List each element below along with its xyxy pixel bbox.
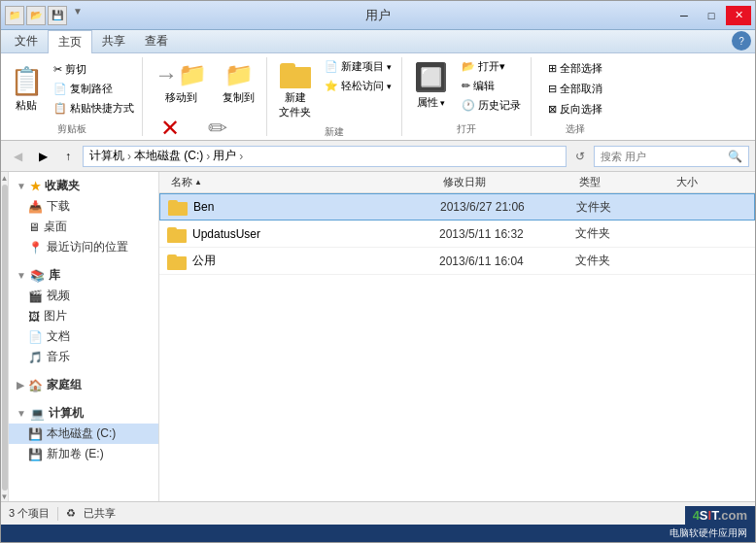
new-small-buttons: 📄 新建项目 ▾ ⭐ 轻松访问 ▾ xyxy=(321,57,395,95)
favorites-star-icon: ★ xyxy=(30,180,41,193)
tab-view[interactable]: 查看 xyxy=(135,30,178,52)
favorites-collapse-icon: ▼ xyxy=(17,181,26,191)
table-row[interactable]: UpdatusUser 2013/5/11 16:32 文件夹 xyxy=(159,221,755,248)
open-button[interactable]: 📂 打开▾ xyxy=(458,57,525,76)
paste-button[interactable]: 📋 粘贴 xyxy=(5,61,48,117)
file-name-col: 公用 xyxy=(167,253,439,270)
file-list-header: 名称 ▲ 修改日期 类型 大小 xyxy=(159,172,755,193)
edit-icon: ✏ xyxy=(462,80,470,92)
cut-button[interactable]: ✂ 剪切 xyxy=(50,60,138,79)
open-history-button[interactable]: 🕐 历史记录 xyxy=(458,96,525,115)
history-icon: 🕐 xyxy=(462,99,475,112)
docs-icon: 📄 xyxy=(28,330,43,344)
sidebar-section-libraries: ▼ 📚 库 🎬 视频 🖼 图片 📄 文档 🎵 xyxy=(9,265,158,367)
close-button[interactable]: ✕ xyxy=(726,6,751,25)
downloads-icon: 📥 xyxy=(28,200,43,214)
quick-access-icon3[interactable]: 💾 xyxy=(48,6,67,25)
sidebar-libraries-header[interactable]: ▼ 📚 库 xyxy=(9,265,158,286)
copy-path-button[interactable]: 📄 复制路径 xyxy=(50,80,138,98)
sidebar-item-e-drive[interactable]: 💾 新加卷 (E:) xyxy=(9,444,158,464)
sidebar-computer-header[interactable]: ▼ 💻 计算机 xyxy=(9,403,158,424)
address-path[interactable]: 计算机 › 本地磁盘 (C:) › 用户 › xyxy=(83,146,567,167)
easy-access-button[interactable]: ⭐ 轻松访问 ▾ xyxy=(321,77,395,95)
new-item-icon: 📄 xyxy=(325,60,338,73)
ribbon-group-new: 新建 文件夹 📄 新建项目 ▾ ⭐ 轻松访问 ▾ 新建 xyxy=(267,57,402,136)
sidebar-item-downloads[interactable]: 📥 下载 xyxy=(9,196,158,217)
new-item-button[interactable]: 📄 新建项目 ▾ xyxy=(321,57,395,76)
video-icon: 🎬 xyxy=(28,289,43,303)
col-header-size[interactable]: 大小 xyxy=(672,175,750,189)
folder-icon xyxy=(167,225,187,243)
minimize-button[interactable]: ─ xyxy=(671,6,697,25)
tab-share[interactable]: 共享 xyxy=(92,30,135,52)
libraries-icon: 📚 xyxy=(30,269,45,283)
properties-dropdown: ▾ xyxy=(440,98,445,108)
search-icon[interactable]: 🔍 xyxy=(728,150,742,163)
dropdown-arrow[interactable]: ▼ xyxy=(69,6,83,25)
path-sep2: › xyxy=(206,150,210,163)
back-button[interactable]: ◀ xyxy=(7,146,28,167)
sort-icon: ▲ xyxy=(194,178,202,187)
invert-icon: ⊠ xyxy=(548,103,557,116)
maximize-button[interactable]: □ xyxy=(699,6,724,25)
forward-button[interactable]: ▶ xyxy=(32,146,53,167)
col-header-type[interactable]: 类型 xyxy=(575,175,672,189)
move-to-button[interactable]: →📁 移动到 xyxy=(149,57,213,109)
rename-icon: ✏ xyxy=(208,115,227,142)
select-label: 选择 xyxy=(566,120,585,136)
status-recycle-icon: ♻ xyxy=(66,507,76,520)
sidebar-item-recent[interactable]: 📍 最近访问的位置 xyxy=(9,237,158,257)
invert-select-button[interactable]: ⊠ 反向选择 xyxy=(544,100,606,119)
path-computer[interactable]: 计算机 xyxy=(89,148,124,164)
sidebar-favorites-header[interactable]: ▼ ★ 收藏夹 xyxy=(9,176,158,196)
col-header-name[interactable]: 名称 ▲ xyxy=(167,175,439,189)
folder-icon xyxy=(168,198,188,216)
file-date-col: 2013/6/11 16:04 xyxy=(439,255,575,268)
sidebar-item-pictures[interactable]: 🖼 图片 xyxy=(9,306,158,326)
sidebar-item-desktop[interactable]: 🖥 桌面 xyxy=(9,217,158,237)
refresh-button[interactable]: ↺ xyxy=(570,146,590,167)
tab-file[interactable]: 文件 xyxy=(5,30,48,52)
sidebar-scroll-left[interactable]: ▲ ▼ xyxy=(1,172,9,501)
col-header-date[interactable]: 修改日期 xyxy=(439,175,575,189)
table-row[interactable]: Ben 2013/6/27 21:06 文件夹 xyxy=(159,193,755,221)
select-none-button[interactable]: ⊟ 全部取消 xyxy=(544,80,606,98)
path-sep1: › xyxy=(127,150,131,163)
e-drive-icon: 💾 xyxy=(28,448,43,461)
status-state: 已共享 xyxy=(84,506,116,521)
sidebar-section-homegroup: ▶ 🏠 家庭组 xyxy=(9,375,158,395)
table-row[interactable]: 公用 2013/6/11 16:04 文件夹 xyxy=(159,248,755,275)
sidebar-item-docs[interactable]: 📄 文档 xyxy=(9,326,158,347)
new-folder-button[interactable]: 新建 文件夹 xyxy=(273,57,317,123)
sidebar-section-favorites: ▼ ★ 收藏夹 📥 下载 🖥 桌面 📍 最近访问的位置 xyxy=(9,176,158,257)
edit-button[interactable]: ✏ 编辑 xyxy=(458,77,525,95)
homegroup-collapse-icon: ▶ xyxy=(17,380,24,390)
paste-shortcut-icon: 📋 xyxy=(53,102,67,115)
search-input[interactable] xyxy=(601,151,724,162)
path-current[interactable]: 用户 xyxy=(213,148,236,164)
new-content: 新建 文件夹 📄 新建项目 ▾ ⭐ 轻松访问 ▾ xyxy=(273,57,395,123)
sidebar-homegroup-header[interactable]: ▶ 🏠 家庭组 xyxy=(9,375,158,395)
ribbon-tabs: 文件 主页 共享 查看 ? xyxy=(1,30,755,53)
sidebar-item-video[interactable]: 🎬 视频 xyxy=(9,286,158,306)
status-bar: 3 个项目 ♻ 已共享 4SIT.com xyxy=(1,501,755,525)
paste-shortcut-button[interactable]: 📋 粘贴快捷方式 xyxy=(50,99,138,118)
ribbon-group-open: 🔲 属性 ▾ 📂 打开▾ ✏ 编辑 � xyxy=(402,57,532,136)
address-bar: ◀ ▶ ↑ 计算机 › 本地磁盘 (C:) › 用户 › ↺ 🔍 xyxy=(1,141,755,172)
path-drive[interactable]: 本地磁盘 (C:) xyxy=(134,148,203,164)
select-all-button[interactable]: ⊞ 全部选择 xyxy=(544,59,606,78)
quick-access-icon2[interactable]: 📂 xyxy=(26,6,46,25)
up-button[interactable]: ↑ xyxy=(57,146,79,167)
computer-collapse-icon: ▼ xyxy=(17,408,26,419)
sidebar-item-c-drive[interactable]: 💾 本地磁盘 (C:) xyxy=(9,424,158,444)
copy-to-button[interactable]: 📁 复制到 xyxy=(217,57,260,109)
file-date-col: 2013/5/11 16:32 xyxy=(439,227,575,241)
item-count: 3 个项目 xyxy=(9,506,50,521)
file-name-col: UpdatusUser xyxy=(167,225,439,243)
sidebar-item-music[interactable]: 🎵 音乐 xyxy=(9,347,158,367)
help-icon[interactable]: ? xyxy=(732,31,751,51)
properties-button[interactable]: 🔲 属性 ▾ xyxy=(408,57,454,114)
select-none-icon: ⊟ xyxy=(548,83,557,95)
tab-home[interactable]: 主页 xyxy=(48,30,92,53)
quick-access-icon1[interactable]: 📁 xyxy=(5,6,24,25)
